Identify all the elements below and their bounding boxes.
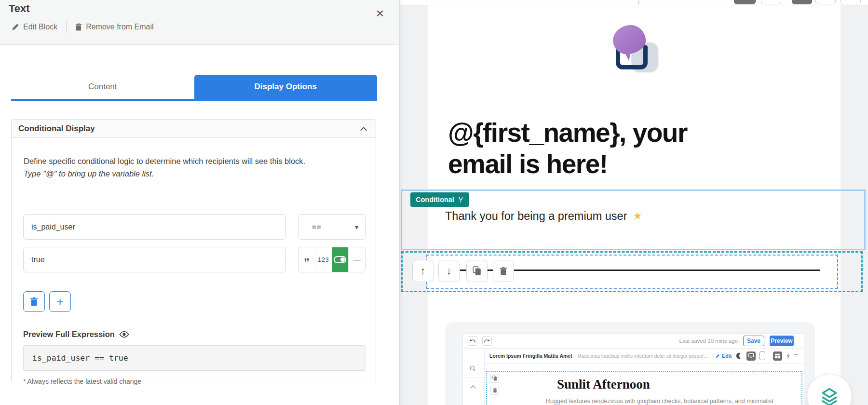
preview-expression-label-row: Preview Full Expression: [23, 330, 129, 339]
toolbar-button-5[interactable]: [841, 0, 861, 4]
description-line1: Define specific conditional logic to det…: [24, 155, 366, 168]
full-expression-code: is_paid_user == true: [23, 345, 366, 371]
conditional-display-title: Conditional Display: [18, 124, 95, 134]
tab-indicator-bar: [11, 99, 377, 101]
operator-value: ==: [312, 223, 322, 231]
toolbar-button-1[interactable]: [734, 0, 756, 4]
panel-title: Text: [9, 2, 30, 15]
variable-input[interactable]: [23, 214, 286, 240]
mini-content: Sunlit Afternoon Rugged textures rendezv…: [485, 364, 804, 405]
add-condition-button[interactable]: +: [49, 291, 71, 312]
mini-card-title: Sunlit Afternoon: [557, 377, 650, 392]
toolbar-button-3[interactable]: [792, 0, 812, 4]
email-logo: [612, 25, 658, 72]
preview-expression-label: Preview Full Expression: [23, 330, 115, 339]
value-input[interactable]: [23, 247, 286, 272]
panel-header: Text × Edit Block Remove from Email: [0, 0, 399, 45]
email-builder-app: Text × Edit Block Remove from Email: [0, 0, 868, 405]
desktop-icon: [746, 351, 756, 361]
block-settings-panel: Text × Edit Block Remove from Email: [0, 0, 400, 405]
pencil-icon: [12, 23, 19, 31]
chevron-down-icon: ▾: [355, 223, 358, 231]
search-icon: [470, 365, 476, 372]
align-left-icon: ≡: [794, 352, 798, 360]
move-block-up-button[interactable]: ↑: [412, 260, 434, 282]
edit-block-button[interactable]: Edit Block: [12, 23, 57, 31]
toggle-on-icon: [334, 256, 346, 263]
panel-actions: Edit Block Remove from Email: [12, 21, 154, 33]
mini-block-subtitle: · Maecenas faucibus mollis interdum dolo…: [575, 353, 711, 359]
mini-save-button: Save: [743, 336, 764, 346]
trash-icon: [490, 386, 499, 395]
last-saved-text: Last saved 10 mins ago: [679, 338, 738, 344]
value-type-group: ” 123 —: [298, 247, 366, 272]
undo-icon: [468, 336, 477, 346]
star-emoji: [632, 211, 643, 222]
branch-icon: [458, 197, 464, 203]
eye-icon[interactable]: [119, 331, 129, 338]
mini-preview-button: Preview: [770, 336, 794, 346]
move-block-down-button[interactable]: ↓: [438, 260, 460, 282]
remove-from-email-label: Remove from Email: [86, 23, 153, 31]
conditional-badge-label: Conditional: [416, 196, 454, 203]
chevron-up-icon: [470, 385, 475, 391]
mini-block-toolbar: Lorem Ipsum Fringilla Mattis Amet · Maec…: [485, 349, 804, 364]
lightning-icon: [786, 353, 790, 359]
remove-from-email-button[interactable]: Remove from Email: [75, 23, 153, 31]
copy-icon: [473, 266, 481, 276]
conditional-text-value: Thank you for being a premium user: [445, 210, 627, 223]
toolbar-slash: /: [638, 0, 639, 5]
conditional-block-text: Thank you for being a premium user: [445, 210, 643, 223]
description-line2: Type "@" to bring up the variable list.: [24, 168, 366, 180]
divider: [66, 21, 67, 33]
trash-icon: [75, 23, 82, 31]
toolbar-button-2[interactable]: [761, 0, 781, 4]
copy-icon: [490, 374, 499, 383]
conditional-display-header[interactable]: Conditional Display: [12, 120, 376, 138]
image-block-card[interactable]: Last saved 10 mins ago Save Preview Lore…: [445, 322, 815, 405]
condition-row-buttons: +: [23, 291, 71, 312]
mini-sidebar-divider: [463, 378, 484, 378]
tab-display-options[interactable]: Display Options: [194, 75, 378, 99]
operator-select[interactable]: == ▾: [298, 214, 366, 240]
email-preview-canvas: / @{first_name}, your email is here! Con…: [400, 0, 868, 405]
layers-icon: [819, 386, 840, 405]
layout-icon: [773, 351, 782, 361]
settings-tabs: Content Display Options: [11, 75, 377, 99]
mini-sidebar: [463, 349, 485, 405]
moon-icon: [736, 352, 743, 359]
mobile-icon: [760, 351, 765, 360]
arrow-down-icon: ↓: [447, 265, 452, 277]
mini-toolbar-right: Last saved 10 mins ago Save Preview: [679, 336, 804, 346]
mini-block-title: Lorem Ipsum Fringilla Mattis Amet: [489, 353, 572, 359]
mini-card-body: Rugged textures rendezvous with gingham …: [546, 398, 797, 405]
conditional-description: Define specific conditional logic to det…: [24, 155, 366, 180]
toolbar-button-4[interactable]: [815, 0, 836, 4]
preview-top-toolbar: /: [400, 0, 868, 5]
divider-element: [460, 270, 820, 271]
mini-edit-label: Edit: [722, 353, 732, 359]
boolean-type-button[interactable]: [332, 247, 349, 272]
mini-toolbar: Last saved 10 mins ago Save Preview: [463, 334, 804, 349]
conditional-display-body: Define specific conditional logic to det…: [12, 138, 376, 383]
conditional-badge[interactable]: Conditional: [410, 192, 469, 207]
chevron-up-icon: [360, 127, 367, 134]
tab-content[interactable]: Content: [11, 75, 194, 99]
divider-block-selection-inner: [426, 255, 838, 289]
number-type-button[interactable]: 123: [315, 247, 332, 272]
expression-note: * Always reflects the latest valid chang…: [23, 378, 141, 385]
redo-icon: [482, 336, 492, 346]
duplicate-block-button[interactable]: [466, 260, 488, 282]
close-icon[interactable]: ×: [376, 7, 384, 20]
edit-block-label: Edit Block: [23, 23, 57, 31]
delete-condition-button[interactable]: [23, 291, 45, 312]
trash-icon: [500, 267, 507, 275]
delete-block-button[interactable]: [493, 260, 514, 282]
string-type-button[interactable]: ”: [298, 247, 315, 272]
conditional-display-card: Conditional Display Define specific cond…: [11, 119, 376, 383]
email-heading[interactable]: @{first_name}, your email is here!: [448, 117, 757, 180]
conditional-text-block[interactable]: Conditional Thank you for being a premiu…: [401, 189, 866, 250]
embedded-screenshot: Last saved 10 mins ago Save Preview Lore…: [462, 333, 804, 405]
null-type-button[interactable]: —: [349, 247, 365, 272]
arrow-up-icon: ↑: [420, 265, 426, 277]
